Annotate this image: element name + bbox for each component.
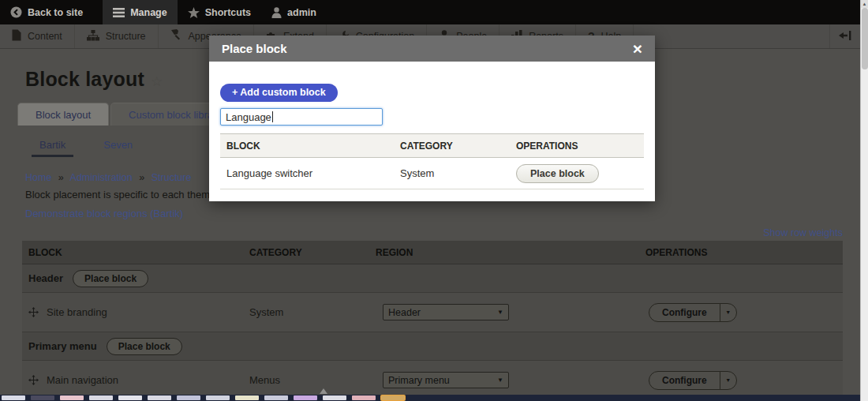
file-icon	[12, 29, 21, 43]
block-name: Main navigation	[47, 374, 118, 386]
modal-title: Place block	[222, 42, 287, 55]
taskbar-tile[interactable]	[323, 395, 346, 400]
add-custom-block-button[interactable]: + Add custom block	[220, 84, 338, 102]
page-description: Block placement is specific to each them…	[25, 189, 230, 200]
region-name: Primary menu	[28, 340, 97, 352]
block-category: System	[243, 306, 369, 318]
favorite-star-icon[interactable]: ☆	[151, 74, 163, 89]
admin-user-menu-item[interactable]: admin	[261, 0, 327, 24]
menu-item-structure[interactable]: Structure	[75, 24, 159, 48]
modal-block-table: BLOCK CATEGORY OPERATIONS Language switc…	[220, 133, 644, 189]
chevron-down-icon: ▼	[497, 377, 503, 384]
header-block: BLOCK	[220, 141, 394, 152]
sitemap-icon	[87, 30, 99, 43]
header-operations: OPERATIONS	[510, 141, 644, 152]
taskbar-tile[interactable]	[2, 395, 25, 400]
configure-button[interactable]: Configure	[649, 303, 720, 322]
taskbar-tile[interactable]	[206, 395, 230, 400]
place-block-button[interactable]: Place block	[516, 164, 599, 183]
operations-dropdown-toggle[interactable]: ▼	[720, 303, 737, 322]
block-layout-table: BLOCK CATEGORY REGION OPERATIONS Header …	[22, 241, 843, 400]
drag-handle-icon[interactable]	[28, 307, 39, 317]
header-category: CATEGORY	[394, 141, 510, 152]
taskbar-tile[interactable]	[118, 395, 142, 400]
menu-item-label: Content	[28, 31, 62, 42]
demonstrate-regions-link[interactable]: Demonstrate block regions (Bartik)	[25, 208, 183, 219]
block-category: Menus	[243, 374, 369, 386]
block-name: Language switcher	[220, 167, 394, 179]
breadcrumb-separator: »	[139, 172, 144, 183]
taskbar-strip	[0, 395, 868, 401]
window-indicator	[320, 388, 327, 394]
block-filter-input[interactable]: Language	[220, 108, 383, 126]
manage-menu-item[interactable]: Manage	[103, 0, 178, 24]
header-category: CATEGORY	[243, 247, 369, 258]
header-block: BLOCK	[22, 247, 243, 258]
taskbar-tile[interactable]	[352, 395, 376, 400]
browser-scrollbar[interactable]: ▲	[860, 0, 868, 401]
tab-seven[interactable]: Seven	[95, 137, 140, 157]
user-icon	[271, 7, 282, 18]
taskbar-tile[interactable]	[294, 395, 317, 400]
taskbar-tile[interactable]	[148, 395, 171, 400]
chevron-down-icon: ▼	[497, 309, 503, 316]
taskbar-tile[interactable]	[177, 395, 200, 400]
operations-split-button: Configure ▼	[649, 303, 843, 322]
breadcrumb-administration[interactable]: Administration	[70, 172, 133, 183]
header-region: REGION	[369, 247, 645, 258]
scrollbar-thumb[interactable]	[862, 8, 868, 69]
tab-block-layout[interactable]: Block layout	[17, 103, 109, 126]
brush-icon	[170, 29, 182, 43]
admin-user-label: admin	[287, 7, 316, 18]
region-section-header: Header Place block	[22, 264, 843, 293]
admin-toolbar: Back to site Manage Shortcuts admin	[0, 0, 860, 24]
breadcrumb: Home » Administration » Structure	[25, 172, 191, 183]
modal-table-header-row: BLOCK CATEGORY OPERATIONS	[220, 133, 644, 158]
place-block-button-primary-menu[interactable]: Place block	[107, 338, 182, 355]
taskbar-tile[interactable]	[264, 395, 288, 400]
hamburger-icon	[113, 8, 125, 17]
place-block-button-header[interactable]: Place block	[73, 270, 148, 287]
toolbar-orientation-toggle[interactable]	[829, 24, 860, 48]
manage-label: Manage	[130, 7, 167, 18]
operations-dropdown-toggle[interactable]: ▼	[720, 371, 737, 390]
modal-body: + Add custom block Language BLOCK CATEGO…	[209, 62, 655, 189]
taskbar-tile[interactable]	[235, 395, 259, 400]
text-cursor	[272, 111, 273, 122]
block-category: System	[394, 167, 510, 179]
breadcrumb-separator: »	[58, 172, 64, 183]
menu-item-content[interactable]: Content	[0, 24, 75, 48]
operations-split-button: Configure ▼	[649, 371, 843, 390]
region-section-primary-menu: Primary menu Place block	[22, 332, 843, 361]
configure-button[interactable]: Configure	[649, 371, 720, 390]
star-icon	[188, 7, 200, 18]
table-row: Site branding System Header ▼ Configure …	[22, 293, 843, 332]
taskbar-tile[interactable]	[31, 395, 54, 400]
taskbar-tile[interactable]	[60, 395, 84, 400]
tab-bartik[interactable]: Bartik	[32, 137, 73, 157]
shortcuts-menu-item[interactable]: Shortcuts	[178, 0, 261, 24]
page-title: Block layout☆	[25, 68, 163, 91]
breadcrumb-structure[interactable]: Structure	[152, 172, 192, 183]
primary-tabs: Block layout Custom block library	[17, 103, 241, 126]
scroll-up-arrow-icon[interactable]: ▲	[861, 0, 868, 8]
header-operations: OPERATIONS	[645, 247, 843, 258]
place-block-modal: Place block × + Add custom block Languag…	[209, 36, 655, 201]
block-name: Site branding	[47, 306, 107, 318]
theme-tabs: Bartik Seven	[32, 137, 140, 157]
show-row-weights-link[interactable]: Show row weights	[763, 227, 843, 238]
back-to-site-button[interactable]: Back to site	[0, 0, 93, 24]
back-to-site-label: Back to site	[28, 7, 83, 18]
back-to-site-icon	[10, 6, 22, 18]
modal-table-row: Language switcher System Place block	[220, 158, 644, 189]
table-header-row: BLOCK CATEGORY REGION OPERATIONS	[22, 241, 843, 264]
breadcrumb-home[interactable]: Home	[25, 172, 51, 183]
region-name: Header	[28, 272, 63, 284]
close-icon[interactable]: ×	[633, 42, 642, 56]
taskbar-tile[interactable]	[381, 395, 405, 400]
drag-handle-icon[interactable]	[28, 375, 39, 385]
region-select[interactable]: Primary menu ▼	[383, 372, 509, 388]
modal-header[interactable]: Place block ×	[209, 36, 655, 62]
region-select[interactable]: Header ▼	[383, 304, 509, 320]
taskbar-tile[interactable]	[89, 395, 113, 400]
